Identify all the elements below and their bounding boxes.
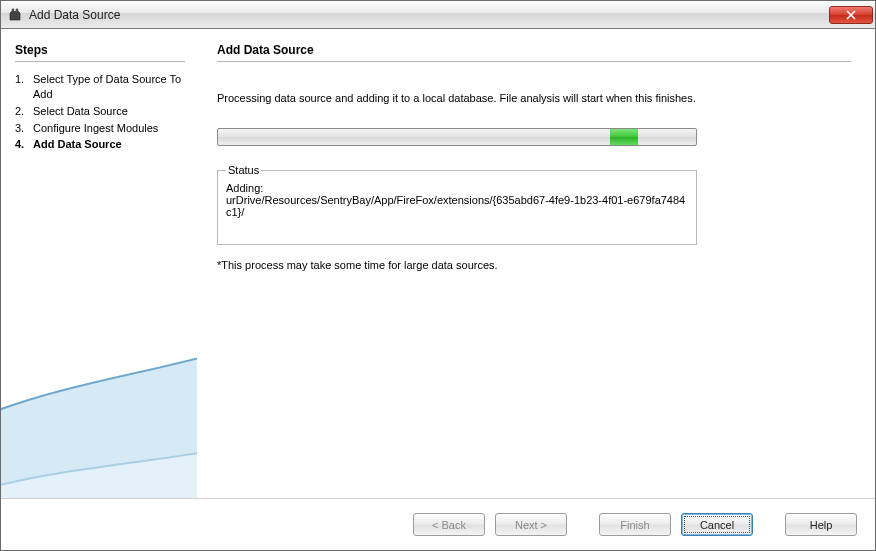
step-label: Select Data Source <box>33 104 185 119</box>
back-button[interactable]: < Back <box>413 513 485 536</box>
status-line-2: urDrive/Resources/SentryBay/App/FireFox/… <box>226 194 688 218</box>
step-label: Configure Ingest Modules <box>33 121 185 136</box>
titlebar: Add Data Source <box>1 1 875 29</box>
finish-button[interactable]: Finish <box>599 513 671 536</box>
next-button[interactable]: Next > <box>495 513 567 536</box>
processing-message: Processing data source and adding it to … <box>217 92 851 104</box>
status-group: Status Adding: urDrive/Resources/SentryB… <box>217 164 697 245</box>
main-panel: Add Data Source Processing data source a… <box>197 29 875 498</box>
status-line-1: Adding: <box>226 182 688 194</box>
step-number: 3. <box>15 121 33 136</box>
step-item: 2.Select Data Source <box>15 104 185 119</box>
wizard-body: Steps 1.Select Type of Data Source To Ad… <box>1 29 875 498</box>
progress-bar <box>217 128 697 146</box>
steps-list: 1.Select Type of Data Source To Add2.Sel… <box>15 72 185 152</box>
svg-point-0 <box>12 8 15 11</box>
decorative-swoosh <box>1 238 197 498</box>
steps-divider <box>15 61 185 62</box>
duration-note: *This process may take some time for lar… <box>217 259 851 271</box>
page-heading: Add Data Source <box>217 43 851 57</box>
wizard-footer: < Back Next > Finish Cancel Help <box>1 498 875 550</box>
app-icon <box>7 7 23 23</box>
page-heading-divider <box>217 61 851 62</box>
step-label: Add Data Source <box>33 137 185 152</box>
window-title: Add Data Source <box>29 8 827 22</box>
step-number: 4. <box>15 137 33 152</box>
step-label: Select Type of Data Source To Add <box>33 72 185 102</box>
svg-point-1 <box>16 8 19 11</box>
step-number: 1. <box>15 72 33 102</box>
step-item: 4.Add Data Source <box>15 137 185 152</box>
step-item: 3.Configure Ingest Modules <box>15 121 185 136</box>
steps-heading: Steps <box>15 43 185 57</box>
wizard-window: Add Data Source Steps 1.Select Type of D… <box>0 0 876 551</box>
help-button[interactable]: Help <box>785 513 857 536</box>
steps-sidebar: Steps 1.Select Type of Data Source To Ad… <box>1 29 197 498</box>
step-item: 1.Select Type of Data Source To Add <box>15 72 185 102</box>
window-close-button[interactable] <box>829 6 873 24</box>
progress-chunk <box>610 129 638 145</box>
cancel-button[interactable]: Cancel <box>681 513 753 536</box>
step-number: 2. <box>15 104 33 119</box>
status-legend: Status <box>226 164 261 176</box>
